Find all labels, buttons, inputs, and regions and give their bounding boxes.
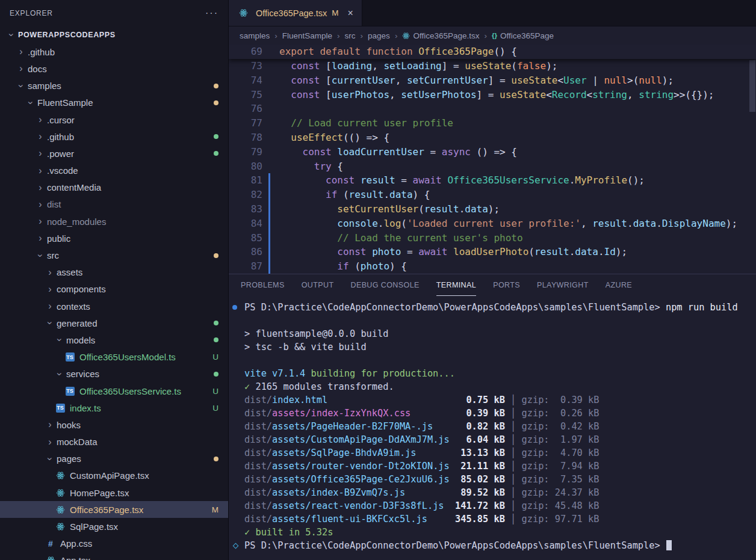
chevron-right-icon: › xyxy=(35,217,46,226)
terminal-line: vite v7.1.4 building for production... xyxy=(229,367,756,380)
git-modified-dot xyxy=(214,134,218,139)
panel-tab-ports[interactable]: PORTS xyxy=(493,274,520,296)
breadcrumb-item-samples[interactable]: samples xyxy=(240,31,270,40)
tree-item-label: contexts xyxy=(57,301,90,312)
git-status-badge: M xyxy=(212,505,218,514)
tree-item-src[interactable]: ›src xyxy=(0,247,228,263)
terminal-text: PS D:\Practice\CodeAppConnectorDemo\Powe… xyxy=(244,302,738,313)
explorer-header: EXPLORER ··· xyxy=(0,0,228,26)
terminal-text: dist/index.html 0.75 kB │ gzip: 0.39 kB xyxy=(244,395,599,405)
tree-item-office365page-tsx[interactable]: Office365Page.tsxM xyxy=(0,501,228,518)
code-text: // Load current user profile xyxy=(270,116,453,131)
code-text: const [userPhotos, setUserPhotos] = useS… xyxy=(270,88,714,102)
panel-tab-output[interactable]: OUTPUT xyxy=(302,274,334,296)
tree-item-powerappscodeapps[interactable]: ›POWERAPPSCODEAPPS xyxy=(0,26,228,43)
line-number: 77 xyxy=(229,116,262,131)
explorer-more-actions-button[interactable]: ··· xyxy=(205,10,218,16)
line-number: 87 xyxy=(229,259,262,274)
sticky-line[interactable]: 69export default function Office365Page(… xyxy=(229,45,756,59)
terminal-cursor xyxy=(666,540,672,550)
code-text: // Load the current user's photo xyxy=(270,231,523,245)
tree-item-label: .github xyxy=(47,132,74,142)
tree-item-contexts[interactable]: ›contexts xyxy=(0,298,228,315)
close-icon[interactable]: × xyxy=(347,8,353,19)
tree-item-cursor[interactable]: ›.cursor xyxy=(0,111,228,128)
react-icon xyxy=(54,505,66,514)
tree-item-components[interactable]: ›components xyxy=(0,281,228,298)
tree-item-office365usersmodel-ts[interactable]: TSOffice365UsersModel.tsU xyxy=(0,349,228,366)
tree-item-github[interactable]: ›.github xyxy=(0,128,228,145)
tree-item-vscode[interactable]: ›.vscode xyxy=(0,162,228,179)
terminal-line: dist/assets/CustomApiPage-DdAXmJ7M.js 6.… xyxy=(229,433,756,446)
chevron-right-icon: › xyxy=(35,149,46,158)
tree-item-docs[interactable]: ›docs xyxy=(0,60,228,77)
explorer-title: EXPLORER xyxy=(10,9,53,17)
tree-item-github[interactable]: ›.github xyxy=(0,43,228,60)
tree-item-node-modules[interactable]: ›node_modules xyxy=(0,213,228,230)
panel-tab-problems[interactable]: PROBLEMS xyxy=(241,274,285,296)
chevron-down-icon: › xyxy=(45,454,55,464)
code-line: 82 if (result.data) { xyxy=(229,188,756,202)
tree-item-label: public xyxy=(47,233,70,244)
code-line: 80 try { xyxy=(229,159,756,174)
panel-tab-terminal[interactable]: TERMINAL xyxy=(436,274,476,296)
tree-item-label: Office365UsersModel.ts xyxy=(79,352,176,362)
tree-item-dist[interactable]: ›dist xyxy=(0,196,228,213)
git-status-badge: U xyxy=(212,352,218,362)
tree-item-app-tsx[interactable]: App.tsx xyxy=(0,552,228,560)
tree-item-mockdata[interactable]: ›mockData xyxy=(0,434,228,451)
tab-office365page[interactable]: Office365Page.tsx M × xyxy=(229,0,362,26)
tree-item-samples[interactable]: ›samples xyxy=(0,78,228,94)
breadcrumb-item-src[interactable]: src xyxy=(345,31,356,40)
panel-tab-azure[interactable]: AZURE xyxy=(606,274,632,296)
breadcrumb-item-office365page[interactable]: {}Office365Page xyxy=(492,31,554,40)
panel-tab-debug-console[interactable]: DEBUG CONSOLE xyxy=(350,274,419,296)
tree-item-label: HomePage.tsx xyxy=(70,488,129,498)
line-number: 86 xyxy=(229,245,262,259)
panel-tab-bar: PROBLEMSOUTPUTDEBUG CONSOLETERMINALPORTS… xyxy=(229,274,756,296)
tree-item-sqlpage-tsx[interactable]: SqlPage.tsx xyxy=(0,518,228,535)
tree-item-fluentsample[interactable]: ›FluentSample xyxy=(0,94,228,111)
terminal[interactable]: PS D:\Practice\CodeAppConnectorDemo\Powe… xyxy=(229,296,756,560)
tree-item-models[interactable]: ›models xyxy=(0,331,228,348)
panel-tab-playwright[interactable]: PLAYWRIGHT xyxy=(537,274,589,296)
tree-item-label: samples xyxy=(28,81,61,91)
terminal-text: dist/assets/router-vendor-Dt2oKION.js 21… xyxy=(244,461,599,472)
code-line: 87 if (photo) { xyxy=(229,259,756,274)
line-number: 79 xyxy=(229,145,262,159)
tree-item-assets[interactable]: ›assets xyxy=(0,264,228,281)
terminal-line: dist/assets/react-vendor-D3F3s8fL.js 141… xyxy=(229,499,756,512)
breadcrumb-item-pages[interactable]: pages xyxy=(368,31,390,40)
git-modified-dot xyxy=(214,84,218,88)
tree-item-contentmedia[interactable]: ›contentMedia xyxy=(0,179,228,196)
chevron-right-icon: › xyxy=(45,437,55,447)
react-icon xyxy=(54,471,66,480)
tree-item-public[interactable]: ›public xyxy=(0,230,228,247)
tree-item-homepage-tsx[interactable]: HomePage.tsx xyxy=(0,484,228,501)
tree-item-label: .cursor xyxy=(47,115,75,125)
tree-item-hooks[interactable]: ›hooks xyxy=(0,416,228,433)
tree-item-index-ts[interactable]: TSindex.tsU xyxy=(0,399,228,416)
sticky-code-line: 69export default function Office365Page(… xyxy=(229,45,756,59)
git-modified-dot xyxy=(214,321,218,325)
tree-item-customapipage-tsx[interactable]: CustomApiPage.tsx xyxy=(0,467,228,484)
chevron-down-icon: › xyxy=(36,250,45,261)
terminal-line: dist/assets/PageHeader-B2F70MA-.js 0.82 … xyxy=(229,420,756,433)
code-area[interactable]: 73 const [loading, setLoading] = useStat… xyxy=(229,59,756,274)
breadcrumb: samples›FluentSample›src›pages›Office365… xyxy=(229,26,756,45)
tree-item-pages[interactable]: ›pages xyxy=(0,451,228,467)
terminal-text: dist/assets/index-B9ZvmQ7s.js 89.52 kB │… xyxy=(244,487,599,498)
tree-item-app-css[interactable]: #App.css xyxy=(0,535,228,552)
terminal-line: dist/assets/index-B9ZvmQ7s.js 89.52 kB │… xyxy=(229,486,756,499)
tree-item-power[interactable]: ›.power xyxy=(0,145,228,162)
tree-item-services[interactable]: ›services xyxy=(0,366,228,383)
editor-pane[interactable]: 69export default function Office365Page(… xyxy=(229,45,756,274)
editor-scrollbar[interactable] xyxy=(749,60,755,112)
tree-item-generated[interactable]: ›generated xyxy=(0,315,228,331)
breadcrumb-item-office365page-tsx[interactable]: Office365Page.tsx xyxy=(402,31,479,40)
breadcrumb-item-fluentsample[interactable]: FluentSample xyxy=(282,31,332,40)
tree-item-office365usersservice-ts[interactable]: TSOffice365UsersService.tsU xyxy=(0,383,228,399)
git-modified-dot xyxy=(214,457,218,461)
code-text: const result = await Office365UsersServi… xyxy=(270,173,645,188)
chevron-down-icon: › xyxy=(26,97,36,108)
